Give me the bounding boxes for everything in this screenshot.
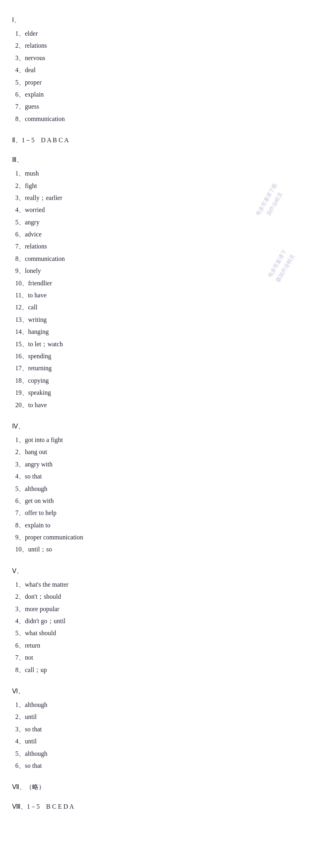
- list-item: 7、offer to help: [12, 507, 309, 519]
- list-item: 19、speaking: [12, 387, 309, 399]
- list-item: 4、didn't go；until: [12, 615, 309, 627]
- list-item: 9、proper communication: [12, 531, 309, 543]
- list-item: 11、to have: [12, 289, 309, 301]
- list-item: 10、until；so: [12, 543, 309, 555]
- list-item: 1、what's the matter: [12, 579, 309, 591]
- list-item: 1、got into a fight: [12, 434, 309, 446]
- section-section7: Ⅶ、（略）: [12, 783, 309, 791]
- section-section8: Ⅷ、1－5 B C E D A: [12, 803, 309, 811]
- list-item: 4、so that: [12, 470, 309, 482]
- section-title-section6: Ⅵ、: [12, 687, 309, 696]
- main-content: Ⅰ、1、elder2、relations3、nervous4、deal5、pro…: [12, 16, 309, 811]
- list-item: 2、until: [12, 711, 309, 723]
- section-title-section1: Ⅰ、: [12, 16, 309, 24]
- list-item: 5、although: [12, 748, 309, 760]
- section-title-section2: Ⅱ、1－5 D A B C A: [12, 136, 309, 145]
- list-item: 10、friendlier: [12, 277, 309, 289]
- list-item: 5、angry: [12, 216, 309, 228]
- list-item: 8、communication: [12, 253, 309, 265]
- list-item: 12、call: [12, 301, 309, 313]
- list-item: 2、hang out: [12, 446, 309, 458]
- list-item: 3、really；earlier: [12, 192, 309, 204]
- list-item: 6、so that: [12, 760, 309, 772]
- section-section6: Ⅵ、1、although2、until3、so that4、until5、alt…: [12, 687, 309, 772]
- list-item: 1、elder: [12, 28, 309, 40]
- list-item: 4、deal: [12, 64, 309, 76]
- list-item: 17、returning: [12, 362, 309, 374]
- list-item: 14、hanging: [12, 326, 309, 338]
- list-item: 9、lonely: [12, 265, 309, 277]
- list-item: 1、mush: [12, 168, 309, 180]
- section-title-section4: Ⅳ、: [12, 422, 309, 431]
- list-item: 2、fight: [12, 180, 309, 192]
- section-section1: Ⅰ、1、elder2、relations3、nervous4、deal5、pro…: [12, 16, 309, 125]
- list-item: 6、return: [12, 640, 309, 652]
- list-item: 2、don't；should: [12, 591, 309, 603]
- list-item: 7、guess: [12, 101, 309, 113]
- list-item: 3、so that: [12, 723, 309, 735]
- list-item: 5、proper: [12, 77, 309, 89]
- list-item: 2、relations: [12, 40, 309, 52]
- list-item: 3、angry with: [12, 458, 309, 470]
- section-section5: Ⅴ、1、what's the matter2、don't；should3、mor…: [12, 567, 309, 676]
- list-item: 18、copying: [12, 375, 309, 387]
- list-item: 1、although: [12, 699, 309, 711]
- list-item: 15、to let；watch: [12, 338, 309, 350]
- list-item: 6、advice: [12, 228, 309, 240]
- section-title-section5: Ⅴ、: [12, 567, 309, 575]
- list-item: 3、nervous: [12, 52, 309, 64]
- section-title-section7: Ⅶ、（略）: [12, 783, 309, 791]
- list-item: 8、call；up: [12, 664, 309, 676]
- section-section4: Ⅳ、1、got into a fight2、hang out3、angry wi…: [12, 422, 309, 556]
- list-item: 8、explain to: [12, 519, 309, 531]
- list-item: 16、spending: [12, 350, 309, 362]
- list-item: 4、until: [12, 735, 309, 747]
- list-item: 6、get on with: [12, 495, 309, 507]
- section-title-section8: Ⅷ、1－5 B C E D A: [12, 803, 309, 811]
- list-item: 6、explain: [12, 89, 309, 101]
- section-section2: Ⅱ、1－5 D A B C A: [12, 136, 309, 145]
- list-item: 4、worried: [12, 204, 309, 216]
- list-item: 8、communication: [12, 113, 309, 125]
- list-item: 7、relations: [12, 240, 309, 252]
- list-item: 5、what should: [12, 627, 309, 639]
- list-item: 5、although: [12, 483, 309, 495]
- section-title-section3: Ⅲ、: [12, 156, 309, 164]
- section-section3: Ⅲ、1、mush2、fight3、really；earlier4、worried…: [12, 156, 309, 411]
- list-item: 13、writing: [12, 314, 309, 326]
- list-item: 3、more popular: [12, 603, 309, 615]
- list-item: 20、to have: [12, 399, 309, 411]
- list-item: 7、not: [12, 652, 309, 664]
